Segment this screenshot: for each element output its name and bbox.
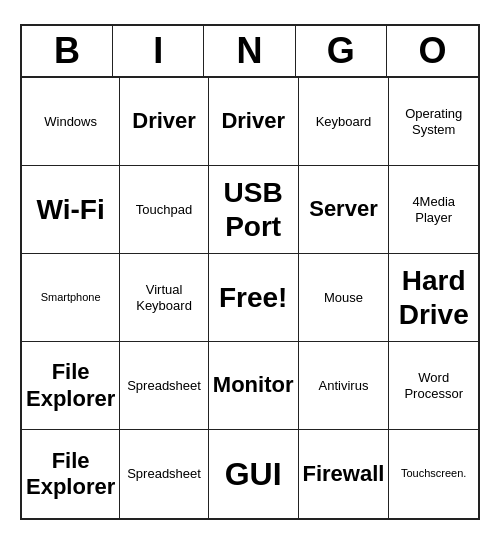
bingo-card: BINGO WindowsDriverDriverKeyboardOperati… bbox=[20, 24, 480, 520]
cell-text: Free! bbox=[219, 281, 287, 315]
bingo-cell: Touchpad bbox=[120, 166, 209, 254]
bingo-cell: Antivirus bbox=[299, 342, 390, 430]
header-letter: N bbox=[204, 26, 295, 76]
bingo-header: BINGO bbox=[22, 26, 478, 78]
cell-text: USB Port bbox=[213, 176, 294, 243]
cell-text: Spreadsheet bbox=[127, 466, 201, 482]
cell-text: Antivirus bbox=[319, 378, 369, 394]
bingo-cell: Driver bbox=[209, 78, 299, 166]
bingo-cell: USB Port bbox=[209, 166, 299, 254]
bingo-cell: Hard Drive bbox=[389, 254, 478, 342]
bingo-cell: File Explorer bbox=[22, 430, 120, 518]
header-letter: G bbox=[296, 26, 387, 76]
bingo-cell: Driver bbox=[120, 78, 209, 166]
bingo-cell: Server bbox=[299, 166, 390, 254]
cell-text: GUI bbox=[225, 455, 282, 493]
bingo-cell: Smartphone bbox=[22, 254, 120, 342]
header-letter: I bbox=[113, 26, 204, 76]
bingo-cell: Word Processor bbox=[389, 342, 478, 430]
header-letter: B bbox=[22, 26, 113, 76]
bingo-cell: Keyboard bbox=[299, 78, 390, 166]
cell-text: Virtual Keyboard bbox=[124, 282, 204, 313]
bingo-cell: Spreadsheet bbox=[120, 430, 209, 518]
cell-text: Wi-Fi bbox=[37, 193, 105, 227]
cell-text: File Explorer bbox=[26, 448, 115, 501]
cell-text: Word Processor bbox=[393, 370, 474, 401]
cell-text: Windows bbox=[44, 114, 97, 130]
cell-text: Monitor bbox=[213, 372, 294, 398]
header-letter: O bbox=[387, 26, 478, 76]
cell-text: Touchscreen. bbox=[401, 467, 466, 480]
bingo-cell: Wi-Fi bbox=[22, 166, 120, 254]
cell-text: Hard Drive bbox=[393, 264, 474, 331]
cell-text: Mouse bbox=[324, 290, 363, 306]
cell-text: Driver bbox=[132, 108, 196, 134]
cell-text: Driver bbox=[221, 108, 285, 134]
bingo-cell: Monitor bbox=[209, 342, 299, 430]
bingo-cell: Windows bbox=[22, 78, 120, 166]
cell-text: Touchpad bbox=[136, 202, 192, 218]
cell-text: Spreadsheet bbox=[127, 378, 201, 394]
bingo-cell: Mouse bbox=[299, 254, 390, 342]
bingo-cell: Spreadsheet bbox=[120, 342, 209, 430]
bingo-cell: Firewall bbox=[299, 430, 390, 518]
bingo-cell: GUI bbox=[209, 430, 299, 518]
cell-text: Operating System bbox=[393, 106, 474, 137]
cell-text: File Explorer bbox=[26, 359, 115, 412]
cell-text: 4Media Player bbox=[393, 194, 474, 225]
bingo-cell: 4Media Player bbox=[389, 166, 478, 254]
cell-text: Keyboard bbox=[316, 114, 372, 130]
bingo-cell: Virtual Keyboard bbox=[120, 254, 209, 342]
bingo-cell: File Explorer bbox=[22, 342, 120, 430]
bingo-cell: Free! bbox=[209, 254, 299, 342]
cell-text: Firewall bbox=[303, 461, 385, 487]
cell-text: Server bbox=[309, 196, 378, 222]
cell-text: Smartphone bbox=[41, 291, 101, 304]
bingo-cell: Touchscreen. bbox=[389, 430, 478, 518]
bingo-cell: Operating System bbox=[389, 78, 478, 166]
bingo-grid: WindowsDriverDriverKeyboardOperating Sys… bbox=[22, 78, 478, 518]
